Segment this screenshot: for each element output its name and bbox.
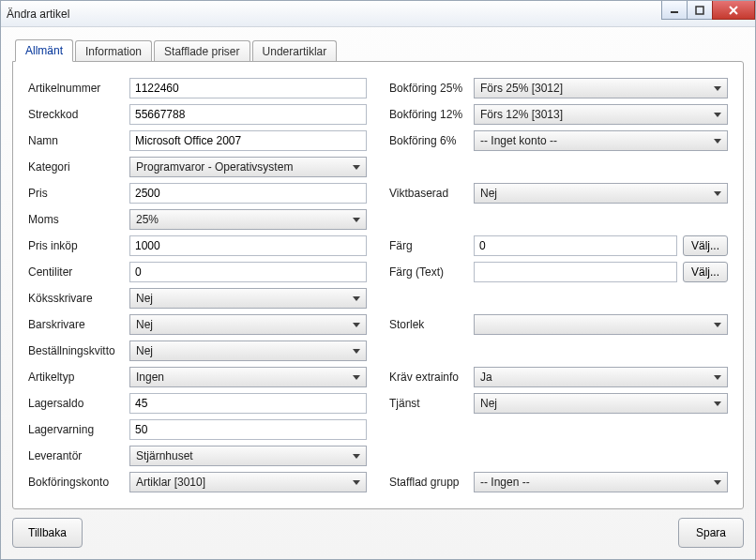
streckkod-input[interactable] xyxy=(129,104,367,125)
tab-information[interactable]: Information xyxy=(75,40,152,62)
save-button[interactable]: Spara xyxy=(678,518,744,548)
storlek-select[interactable] xyxy=(474,314,728,335)
viktbaserad-label: Viktbaserad xyxy=(389,187,474,200)
pris-label: Pris xyxy=(28,187,129,200)
fargtext-label: Färg (Text) xyxy=(389,265,474,279)
svg-rect-1 xyxy=(696,7,703,14)
tjanst-label: Tjänst xyxy=(389,397,474,410)
krav-extrainfo-label: Kräv extrainfo xyxy=(389,371,474,384)
right-column: Bokföring 25%Förs 25% [3012] Bokföring 1… xyxy=(389,75,728,495)
prisinkop-input[interactable] xyxy=(129,235,367,256)
back-button[interactable]: Tillbaka xyxy=(12,518,83,548)
window: Ändra artikel Allmänt Information Staffl… xyxy=(0,0,756,560)
bokforing6-label: Bokföring 6% xyxy=(389,134,474,147)
bestallningskvitto-label: Beställningskvitto xyxy=(28,344,129,357)
tab-underartiklar[interactable]: Underartiklar xyxy=(252,40,338,62)
farg-valj-button[interactable]: Välj... xyxy=(683,235,728,256)
barskrivare-label: Barskrivare xyxy=(28,318,129,331)
kategori-value: Programvaror - Operativsystem xyxy=(136,160,293,174)
bokforing25-select[interactable]: Förs 25% [3012] xyxy=(474,78,728,98)
barskrivare-select[interactable]: Nej xyxy=(129,314,367,335)
kategori-select[interactable]: Programvaror - Operativsystem xyxy=(129,157,367,177)
close-icon xyxy=(728,6,739,15)
artikelnummer-input[interactable] xyxy=(129,78,367,98)
lagersaldo-label: Lagersaldo xyxy=(28,397,129,410)
window-title: Ändra artikel xyxy=(7,8,69,21)
bokforing25-label: Bokföring 25% xyxy=(389,82,474,95)
tjanst-value: Nej xyxy=(480,397,497,410)
bokforing6-select[interactable]: -- Inget konto -- xyxy=(474,130,728,151)
bottom-buttons: Tillbaka Spara xyxy=(12,518,744,548)
bokforing12-label: Bokföring 12% xyxy=(389,108,474,121)
artikeltyp-value: Ingen xyxy=(136,371,164,384)
bokforingskonto-value: Artiklar [3010] xyxy=(136,476,205,489)
prisinkop-label: Pris inköp xyxy=(28,239,129,252)
artikelnummer-label: Artikelnummer xyxy=(28,82,129,95)
fargtext-valj-button[interactable]: Välj... xyxy=(683,262,728,282)
krav-extrainfo-value: Ja xyxy=(480,371,492,384)
koksskrivare-select[interactable]: Nej xyxy=(129,288,367,309)
leverantor-value: Stjärnhuset xyxy=(136,449,193,462)
close-button[interactable] xyxy=(712,1,755,20)
leverantor-label: Leverantör xyxy=(28,449,129,462)
bestallningskvitto-value: Nej xyxy=(136,344,153,357)
storlek-label: Storlek xyxy=(389,318,474,331)
artikeltyp-label: Artikeltyp xyxy=(28,371,129,384)
krav-extrainfo-select[interactable]: Ja xyxy=(474,367,728,387)
minimize-button[interactable] xyxy=(661,1,688,20)
kategori-label: Kategori xyxy=(28,160,129,174)
bokforing12-select[interactable]: Förs 12% [3013] xyxy=(474,104,728,125)
lagervarning-input[interactable] xyxy=(129,419,367,440)
lagersaldo-input[interactable] xyxy=(129,393,367,414)
stafflad-grupp-value: -- Ingen -- xyxy=(480,476,530,489)
tab-stafflade-priser[interactable]: Stafflade priser xyxy=(154,40,250,62)
farg-input[interactable] xyxy=(474,235,677,256)
namn-label: Namn xyxy=(28,134,129,147)
namn-input[interactable] xyxy=(129,130,367,151)
window-controls xyxy=(662,1,755,20)
lagervarning-label: Lagervarning xyxy=(28,423,129,436)
bokforing6-value: -- Inget konto -- xyxy=(480,134,557,147)
tabstrip: Allmänt Information Stafflade priser Und… xyxy=(15,38,744,61)
bokforing25-value: Förs 25% [3012] xyxy=(480,82,563,95)
bokforingskonto-select[interactable]: Artiklar [3010] xyxy=(129,472,367,492)
left-column: Artikelnummer Streckkod Namn KategoriPro… xyxy=(28,75,367,495)
tjanst-select[interactable]: Nej xyxy=(474,393,728,414)
stafflad-grupp-label: Stafflad grupp xyxy=(389,476,474,489)
stafflad-grupp-select[interactable]: -- Ingen -- xyxy=(474,472,728,492)
centiliter-input[interactable] xyxy=(129,262,367,282)
leverantor-select[interactable]: Stjärnhuset xyxy=(129,446,367,466)
barskrivare-value: Nej xyxy=(136,318,153,331)
content: Allmänt Information Stafflade priser Und… xyxy=(1,27,755,521)
tabpanel-allmant: Artikelnummer Streckkod Namn KategoriPro… xyxy=(12,61,744,509)
viktbaserad-select[interactable]: Nej xyxy=(474,183,728,204)
centiliter-label: Centiliter xyxy=(28,265,129,279)
koksskrivare-label: Köksskrivare xyxy=(28,292,129,305)
bokforing12-value: Förs 12% [3013] xyxy=(480,108,563,121)
maximize-button[interactable] xyxy=(687,1,713,20)
pris-input[interactable] xyxy=(129,183,367,204)
streckkod-label: Streckkod xyxy=(28,108,129,121)
moms-select[interactable]: 25% xyxy=(129,209,367,230)
maximize-icon xyxy=(695,6,704,15)
viktbaserad-value: Nej xyxy=(480,187,497,200)
koksskrivare-value: Nej xyxy=(136,292,153,305)
moms-value: 25% xyxy=(136,213,159,226)
minimize-icon xyxy=(670,6,679,15)
moms-label: Moms xyxy=(28,213,129,226)
artikeltyp-select[interactable]: Ingen xyxy=(129,367,367,387)
tab-allmant[interactable]: Allmänt xyxy=(15,39,73,62)
bestallningskvitto-select[interactable]: Nej xyxy=(129,341,367,361)
titlebar: Ändra artikel xyxy=(1,1,755,27)
bokforingskonto-label: Bokföringskonto xyxy=(28,476,129,489)
fargtext-input[interactable] xyxy=(474,262,677,282)
farg-label: Färg xyxy=(389,239,474,252)
